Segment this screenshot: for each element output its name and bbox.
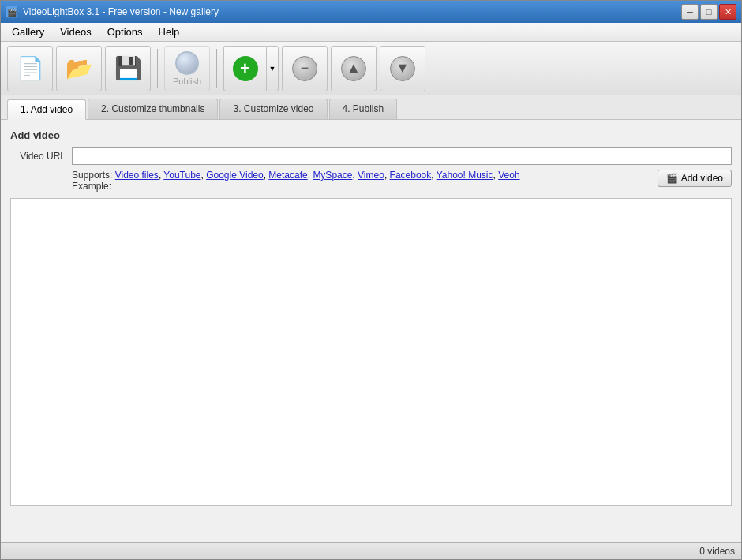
example-text: Example: (72, 181, 651, 192)
section-title: Add video (10, 129, 732, 141)
menu-videos[interactable]: Videos (52, 24, 99, 39)
save-icon: 💾 (114, 58, 142, 80)
move-down-button[interactable]: ▼ (380, 46, 425, 91)
link-metacafe[interactable]: Metacafe (268, 170, 307, 181)
tab-customize-video[interactable]: 3. Customize video (219, 99, 327, 119)
title-bar: 🎬 VideoLightBox 3.1 - Free version - New… (1, 1, 741, 23)
down-icon: ▼ (390, 56, 415, 81)
link-google-video[interactable]: Google Video (206, 170, 264, 181)
maximize-button[interactable]: □ (700, 4, 718, 20)
toolbar: 📄 📂 💾 Publish + ▼ − ▲ (1, 42, 741, 95)
add-video-section: Add video Video URL Supports: Video file… (10, 129, 732, 506)
menu-help[interactable]: Help (151, 24, 188, 39)
globe-icon (175, 51, 199, 75)
link-myspace[interactable]: MySpace (313, 170, 352, 181)
supports-label: Supports: (72, 170, 112, 181)
new-icon: 📄 (17, 58, 44, 80)
publish-label: Publish (173, 77, 201, 86)
remove-button[interactable]: − (282, 46, 328, 91)
remove-icon: − (292, 56, 317, 81)
toolbar-separator-1 (157, 49, 158, 88)
add-group: + ▼ (223, 46, 279, 91)
window-controls: ─ □ ✕ (681, 4, 736, 20)
supports-col: Supports: Video files, YouTube, Google V… (72, 170, 651, 192)
move-up-button[interactable]: ▲ (331, 46, 377, 91)
tab-customize-thumbnails[interactable]: 2. Customize thumbnails (88, 99, 218, 119)
url-form-row: Video URL (10, 147, 732, 165)
add-video-icon: 🎬 (666, 173, 678, 184)
add-dropdown-button[interactable]: ▼ (266, 46, 279, 91)
tab-bar: 1. Add video 2. Customize thumbnails 3. … (1, 95, 741, 120)
main-window: 🎬 VideoLightBox 3.1 - Free version - New… (0, 0, 742, 560)
tab-add-video[interactable]: 1. Add video (7, 99, 86, 120)
link-facebook[interactable]: Facebook (390, 170, 432, 181)
add-video-btn-label: Add video (681, 173, 723, 184)
menu-options[interactable]: Options (99, 24, 151, 39)
app-icon: 🎬 (6, 6, 18, 18)
tab-publish[interactable]: 4. Publish (329, 99, 398, 119)
close-button[interactable]: ✕ (719, 4, 736, 20)
publish-button[interactable]: Publish (164, 46, 210, 91)
link-youtube[interactable]: YouTube (163, 170, 200, 181)
link-veoh[interactable]: Veoh (498, 170, 519, 181)
menu-bar: Gallery Videos Options Help (1, 23, 741, 42)
folder-icon: 📂 (66, 58, 93, 80)
example-label: Example: (72, 181, 111, 192)
minimize-button[interactable]: ─ (681, 4, 699, 20)
window-title: VideoLightBox 3.1 - Free version - New g… (23, 6, 219, 17)
up-icon: ▲ (341, 56, 366, 81)
link-yahoo-music[interactable]: Yahoo! Music (437, 170, 493, 181)
save-button[interactable]: 💾 (105, 46, 151, 91)
supports-row: Supports: Video files, YouTube, Google V… (72, 170, 732, 192)
content-area: Add video Video URL Supports: Video file… (1, 120, 741, 542)
title-bar-text: 🎬 VideoLightBox 3.1 - Free version - New… (6, 6, 219, 18)
open-button[interactable]: 📂 (56, 46, 102, 91)
link-vimeo[interactable]: Vimeo (358, 170, 384, 181)
video-url-input[interactable] (72, 147, 732, 165)
add-icon: + (233, 56, 258, 81)
new-button[interactable]: 📄 (7, 46, 53, 91)
video-url-label: Video URL (10, 151, 66, 162)
status-bar: 0 videos (1, 542, 741, 559)
status-text: 0 videos (699, 546, 735, 557)
toolbar-separator-2 (216, 49, 217, 88)
add-button[interactable]: + (223, 46, 266, 91)
link-video-files[interactable]: Video files (115, 170, 159, 181)
menu-gallery[interactable]: Gallery (4, 24, 52, 39)
supports-links: Supports: Video files, YouTube, Google V… (72, 170, 651, 181)
video-list-area (10, 198, 732, 506)
add-video-button[interactable]: 🎬 Add video (658, 170, 732, 187)
